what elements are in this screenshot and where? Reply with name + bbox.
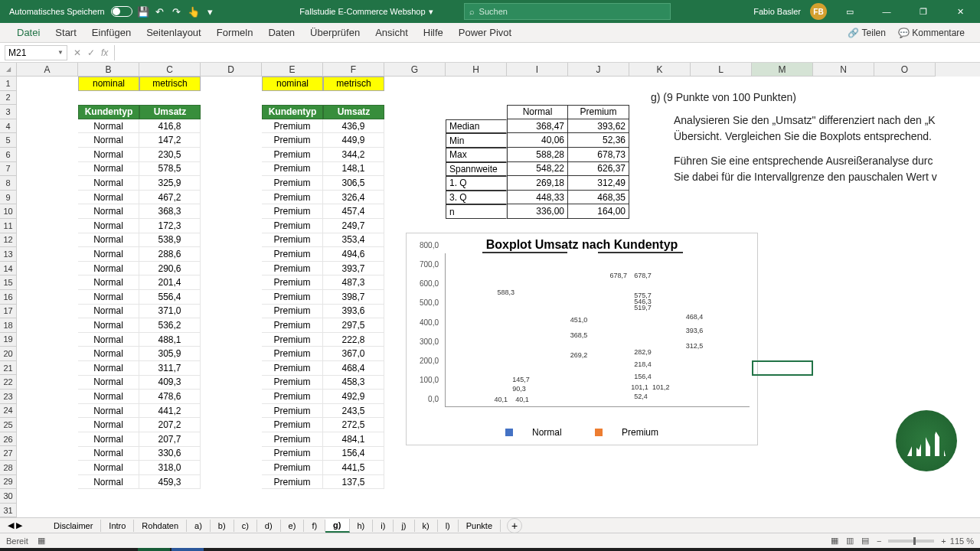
col-header[interactable]: F bbox=[323, 63, 384, 77]
col-header[interactable]: M bbox=[752, 63, 813, 77]
col-header[interactable]: J bbox=[568, 63, 629, 77]
cell[interactable]: Normal bbox=[78, 191, 139, 205]
cell[interactable]: 538,9 bbox=[139, 233, 201, 248]
col-header[interactable]: K bbox=[629, 63, 691, 77]
cell[interactable]: 488,1 bbox=[139, 333, 201, 347]
cell[interactable]: 249,7 bbox=[323, 219, 384, 233]
obs-icon[interactable]: ⬛ bbox=[104, 548, 136, 551]
search-taskbar-icon[interactable]: 🔍 bbox=[37, 548, 69, 551]
cell[interactable]: Premium bbox=[262, 432, 323, 447]
cell[interactable]: Max bbox=[446, 148, 507, 162]
cell[interactable]: Normal bbox=[78, 176, 139, 191]
col-header[interactable]: I bbox=[507, 63, 568, 77]
row-header[interactable]: 25 bbox=[0, 418, 17, 432]
cell[interactable]: 137,5 bbox=[323, 475, 384, 490]
row-header[interactable]: 29 bbox=[0, 475, 17, 490]
sheet-tabs[interactable]: ◀ ▶DisclaimerIntroRohdatena)b)c)d)e)f)g)… bbox=[0, 517, 980, 533]
col-header[interactable]: G bbox=[384, 63, 446, 77]
cell[interactable]: 478,6 bbox=[139, 390, 201, 404]
col-header[interactable]: N bbox=[813, 63, 874, 77]
cell[interactable]: Normal bbox=[78, 276, 139, 290]
cell[interactable]: Umsatz bbox=[139, 105, 201, 119]
ribbon-display-icon[interactable]: ▭ bbox=[836, 0, 864, 23]
cell[interactable]: 492,9 bbox=[323, 390, 384, 404]
cell[interactable]: 441,5 bbox=[323, 461, 384, 475]
app-icon-1[interactable]: 🐞 bbox=[70, 548, 103, 551]
col-header[interactable]: H bbox=[446, 63, 507, 77]
cell[interactable]: 306,5 bbox=[323, 176, 384, 191]
cell[interactable]: Premium bbox=[262, 418, 323, 432]
cell[interactable]: 272,5 bbox=[323, 418, 384, 432]
sheet-tab[interactable]: g) bbox=[325, 519, 349, 533]
sheet-tab[interactable]: Punkte bbox=[459, 520, 501, 532]
row-header[interactable]: 24 bbox=[0, 404, 17, 419]
cell[interactable]: Normal bbox=[78, 247, 139, 262]
col-header[interactable]: D bbox=[201, 63, 262, 77]
cell[interactable]: Kundentyp bbox=[78, 105, 139, 119]
sheet-tab[interactable]: Intro bbox=[101, 520, 134, 532]
fx-icon[interactable]: fx bbox=[101, 47, 108, 58]
cell[interactable]: 230,5 bbox=[139, 148, 201, 162]
cell[interactable]: 147,2 bbox=[139, 133, 201, 148]
row-header[interactable]: 4 bbox=[0, 119, 17, 134]
sheet-tab[interactable]: k) bbox=[415, 520, 438, 532]
row-header[interactable]: 22 bbox=[0, 375, 17, 390]
cell[interactable]: Normal bbox=[78, 461, 139, 475]
cell[interactable]: 344,2 bbox=[323, 148, 384, 162]
cell[interactable]: Kundentyp bbox=[262, 105, 323, 119]
cell[interactable]: Normal bbox=[78, 262, 139, 276]
cell[interactable]: 393,62 bbox=[568, 119, 629, 134]
cell[interactable]: 367,0 bbox=[323, 347, 384, 361]
cell[interactable]: 353,4 bbox=[323, 233, 384, 248]
cell[interactable]: 468,35 bbox=[568, 191, 629, 205]
cell[interactable]: Normal bbox=[78, 119, 139, 134]
cell[interactable]: 578,5 bbox=[139, 162, 201, 177]
cell[interactable]: 1. Q bbox=[446, 176, 507, 191]
cell[interactable]: Premium bbox=[262, 347, 323, 361]
cell[interactable]: Normal bbox=[78, 390, 139, 404]
cell[interactable]: 494,6 bbox=[323, 247, 384, 262]
cell[interactable]: Normal bbox=[78, 290, 139, 305]
cell[interactable]: Premium bbox=[262, 162, 323, 177]
cell[interactable]: 311,7 bbox=[139, 361, 201, 376]
sheet-tab[interactable]: e) bbox=[281, 520, 305, 532]
cell[interactable]: Premium bbox=[262, 191, 323, 205]
view-pagebreak-icon[interactable]: ▤ bbox=[858, 536, 873, 546]
cell[interactable]: Normal bbox=[78, 162, 139, 177]
cell[interactable]: Normal bbox=[78, 347, 139, 361]
row-header[interactable]: 13 bbox=[0, 247, 17, 262]
ribbon-tab-datei[interactable]: Datei bbox=[9, 24, 47, 41]
row-header[interactable]: 23 bbox=[0, 390, 17, 404]
col-header[interactable]: B bbox=[78, 63, 139, 77]
row-header[interactable]: 10 bbox=[0, 204, 17, 219]
row-header[interactable]: 20 bbox=[0, 347, 17, 361]
ribbon-tab-formeln[interactable]: Formeln bbox=[209, 24, 261, 41]
cell[interactable]: metrisch bbox=[323, 77, 384, 91]
row-header[interactable]: 14 bbox=[0, 262, 17, 276]
cell[interactable]: 207,2 bbox=[139, 418, 201, 432]
sheet-tab[interactable]: a) bbox=[187, 520, 211, 532]
cell[interactable]: 409,3 bbox=[139, 376, 201, 390]
cell[interactable]: Premium bbox=[262, 247, 323, 262]
row-header[interactable]: 5 bbox=[0, 133, 17, 148]
row-header[interactable]: 18 bbox=[0, 318, 17, 333]
cell[interactable]: Premium bbox=[262, 276, 323, 290]
windows-taskbar[interactable]: ⊞ 🔍 🐞 ⬛ X W 🦊 bbox=[0, 548, 980, 551]
share-button[interactable]: 🔗 Teilen bbox=[841, 25, 891, 41]
formula-input[interactable] bbox=[114, 45, 980, 60]
cell[interactable]: Premium bbox=[262, 204, 323, 219]
cell[interactable]: Normal bbox=[78, 318, 139, 333]
cell[interactable]: Umsatz bbox=[323, 105, 384, 119]
cell[interactable]: Premium bbox=[262, 219, 323, 233]
row-header[interactable]: 1 bbox=[0, 77, 17, 91]
cell[interactable]: Normal bbox=[78, 447, 139, 461]
cell[interactable]: Normal bbox=[78, 233, 139, 248]
new-sheet-button[interactable]: + bbox=[507, 518, 522, 533]
cell[interactable]: Premium bbox=[262, 305, 323, 319]
cell[interactable]: 626,37 bbox=[568, 162, 629, 177]
cell[interactable]: Normal bbox=[78, 333, 139, 347]
row-header[interactable]: 8 bbox=[0, 176, 17, 191]
cell[interactable]: metrisch bbox=[139, 77, 201, 91]
col-header[interactable]: A bbox=[17, 63, 78, 77]
col-header[interactable]: L bbox=[691, 63, 752, 77]
